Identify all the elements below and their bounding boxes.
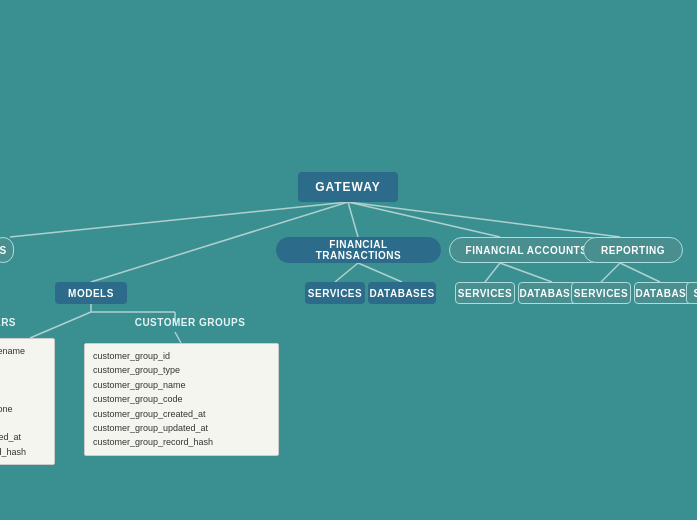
services-fa-label: SERVICES bbox=[458, 288, 512, 299]
field-h: h bbox=[0, 373, 46, 387]
customer-groups-node: CUSTOMER GROUPS bbox=[130, 312, 250, 332]
svg-line-14 bbox=[30, 312, 91, 338]
field-group-id: customer_group_id bbox=[93, 349, 270, 363]
financial-accounts-node: FINANCIAL ACCOUNTS bbox=[449, 237, 604, 263]
financial-transactions-label: FINANCIAL TRANSACTIONS bbox=[290, 239, 427, 261]
right-table: customer_group_id customer_group_type cu… bbox=[84, 343, 279, 456]
databases-ft-label: DATABASES bbox=[369, 288, 434, 299]
services-ft-node: SERVICES bbox=[305, 282, 365, 304]
ers-node: ERS bbox=[0, 312, 20, 332]
field-group-type: customer_group_type bbox=[93, 363, 270, 377]
databases-ft-node: DATABASES bbox=[368, 282, 436, 304]
field-phone: ss customer_phone bbox=[0, 402, 46, 416]
svg-line-6 bbox=[358, 263, 402, 282]
field-group-created-at: customer_group_created_at bbox=[93, 407, 270, 421]
models-label: MODELS bbox=[68, 288, 114, 299]
reporting-label: REPORTING bbox=[601, 245, 665, 256]
field-record-hash: customer_record_hash bbox=[0, 445, 46, 459]
svg-line-9 bbox=[601, 263, 620, 282]
field-group-code: customer_group_code bbox=[93, 392, 270, 406]
services-fa-node: SERVICES bbox=[455, 282, 515, 304]
left-partial-node: S bbox=[0, 237, 14, 263]
reporting-node: REPORTING bbox=[583, 237, 683, 263]
gateway-label: GATEWAY bbox=[315, 180, 381, 194]
partial-right-label: S bbox=[693, 288, 697, 299]
field-ddress: ddress bbox=[0, 387, 46, 401]
svg-line-2 bbox=[348, 202, 620, 237]
financial-accounts-label: FINANCIAL ACCOUNTS bbox=[466, 245, 588, 256]
left-partial-label: S bbox=[0, 245, 7, 256]
customer-groups-label: CUSTOMER GROUPS bbox=[135, 317, 246, 328]
field-group-name: customer_group_name bbox=[93, 378, 270, 392]
field-group-record-hash: customer_group_record_hash bbox=[93, 435, 270, 449]
svg-line-10 bbox=[620, 263, 660, 282]
svg-line-1 bbox=[348, 202, 500, 237]
models-node: MODELS bbox=[55, 282, 127, 304]
left-table: customer_middlename h ddress ss customer… bbox=[0, 338, 55, 465]
svg-line-3 bbox=[10, 202, 348, 237]
field-updated-at: customer_updated_at bbox=[0, 430, 46, 444]
services-r-node: SERVICES bbox=[571, 282, 631, 304]
svg-line-0 bbox=[348, 202, 358, 237]
field-middlename: customer_middlename bbox=[0, 344, 46, 358]
services-r-label: SERVICES bbox=[574, 288, 628, 299]
svg-line-7 bbox=[485, 263, 500, 282]
financial-transactions-node: FINANCIAL TRANSACTIONS bbox=[276, 237, 441, 263]
partial-right-node: S bbox=[686, 282, 697, 304]
field-blank1 bbox=[0, 358, 46, 372]
services-ft-label: SERVICES bbox=[308, 288, 362, 299]
field-blank2 bbox=[0, 416, 46, 430]
svg-line-5 bbox=[335, 263, 358, 282]
diagram-container: GATEWAY FINANCIAL TRANSACTIONS FINANCIAL… bbox=[0, 0, 697, 520]
svg-line-8 bbox=[500, 263, 552, 282]
gateway-node: GATEWAY bbox=[298, 172, 398, 202]
field-group-updated-at: customer_group_updated_at bbox=[93, 421, 270, 435]
svg-line-15 bbox=[175, 332, 181, 343]
ers-label: ERS bbox=[0, 317, 16, 328]
